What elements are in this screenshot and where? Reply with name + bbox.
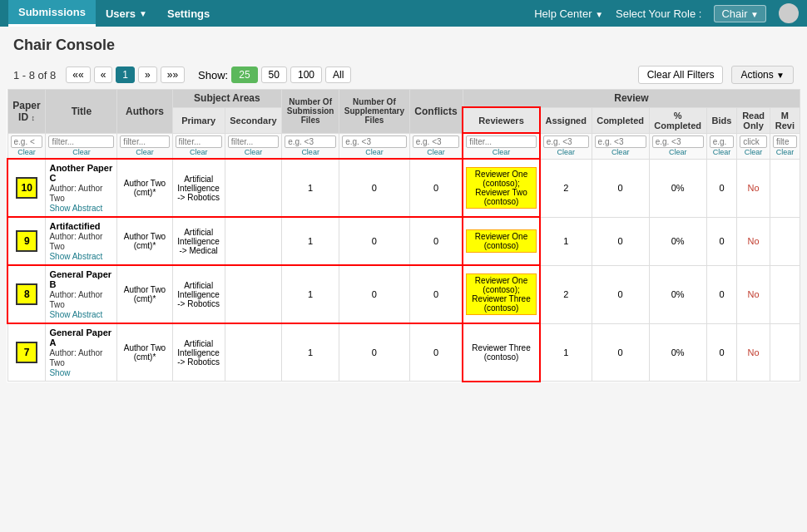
conflicts-cell: 0 (409, 323, 463, 382)
primary-value: Artificial Intelligence -> Robotics (177, 339, 220, 367)
read-only-filter[interactable] (740, 135, 767, 148)
role-dropdown-icon: ▼ (750, 10, 759, 19)
completed-cell: 0 (592, 159, 649, 217)
m-revi-clear[interactable]: Clear (773, 148, 797, 156)
submission-files-filter[interactable] (285, 135, 336, 148)
authors-filter[interactable] (120, 135, 169, 148)
authors-value: Author Two (cmt)* (124, 232, 166, 250)
completed-cell: 0 (592, 217, 649, 265)
col-pct-completed-header: % Completed (649, 107, 706, 133)
read-only-cell: No (737, 159, 770, 217)
next-page-button[interactable]: » (138, 66, 157, 83)
col-supplementary-files-header: Number Of Supplementary Files (339, 90, 410, 134)
secondary-cell (225, 159, 281, 217)
supplementary-files-cell: 0 (339, 265, 410, 323)
paper-author: Author: Author Two (49, 184, 102, 203)
completed-clear[interactable]: Clear (595, 148, 646, 156)
bids-filter[interactable] (710, 135, 735, 148)
supplementary-files-clear[interactable]: Clear (342, 148, 407, 156)
paper-id-filter[interactable] (11, 135, 43, 148)
actions-button[interactable]: Actions ▼ (731, 66, 794, 84)
pct-completed-filter[interactable] (652, 135, 704, 148)
show-abstract-link[interactable]: Show Abstract (49, 310, 102, 319)
help-center-link[interactable]: Help Center ▼ (534, 7, 603, 20)
pct-completed-cell: 0% (649, 323, 706, 382)
user-avatar[interactable] (779, 3, 799, 23)
top-navigation: Submissions Users ▼ Settings Help Center… (0, 0, 807, 27)
col-completed-header: Completed (592, 107, 649, 133)
secondary-clear[interactable]: Clear (228, 148, 279, 156)
secondary-cell (225, 217, 281, 265)
nav-settings[interactable]: Settings (157, 0, 220, 27)
last-page-button[interactable]: »» (161, 66, 185, 83)
filter-row: Clear Clear Clear Clear Clear (7, 133, 800, 159)
col-submission-files-header: Number Of Submission Files (282, 90, 339, 134)
role-button[interactable]: Chair ▼ (714, 5, 766, 22)
primary-filter[interactable] (176, 135, 222, 148)
primary-value: Artificial Intelligence -> Medical (177, 228, 220, 255)
col-paper-id-header[interactable]: Paper ID ↕ (7, 90, 46, 134)
col-assigned-header: Assigned (540, 107, 592, 133)
show-abstract-link[interactable]: Show Abstract (49, 252, 102, 261)
clear-filters-button[interactable]: Clear All Filters (638, 66, 724, 84)
assigned-clear[interactable]: Clear (543, 148, 589, 156)
submission-files-cell: 1 (282, 323, 339, 382)
pct-completed-clear[interactable]: Clear (652, 148, 704, 156)
authors-cell: Author Two (cmt)* (117, 265, 172, 323)
show-100-button[interactable]: 100 (290, 66, 322, 83)
col-subject-areas-header: Subject Areas (172, 90, 282, 108)
supplementary-files-filter[interactable] (342, 135, 407, 148)
read-only-value: No (748, 236, 760, 246)
conflicts-clear[interactable]: Clear (413, 148, 460, 156)
paper-title: Artifactified (49, 221, 100, 231)
col-title-header: Title (46, 90, 117, 134)
show-abstract-link[interactable]: Show (49, 368, 70, 377)
paper-id-cell: 10 (7, 159, 46, 217)
show-label: Show: (198, 69, 228, 81)
reviewers-value: Reviewer One (contoso); Reviewer Three (… (466, 273, 536, 315)
reviewers-filter[interactable] (466, 135, 536, 148)
submission-files-cell: 1 (282, 265, 339, 323)
reviewers-cell: Reviewer One (contoso); Reviewer Two (co… (463, 159, 539, 217)
pct-completed-cell: 0% (649, 159, 706, 217)
nav-submissions[interactable]: Submissions (8, 0, 96, 27)
completed-cell: 0 (592, 323, 649, 382)
read-only-clear[interactable]: Clear (740, 148, 767, 156)
assigned-filter[interactable] (543, 135, 589, 148)
nav-users[interactable]: Users ▼ (96, 0, 157, 27)
show-all-button[interactable]: All (325, 66, 351, 83)
primary-value: Artificial Intelligence -> Robotics (177, 281, 220, 308)
current-page-button[interactable]: 1 (116, 66, 135, 83)
show-25-button[interactable]: 25 (231, 66, 257, 83)
conflicts-filter[interactable] (413, 135, 460, 148)
col-m-revi-header: M Revi (770, 107, 800, 133)
title-filter[interactable] (48, 135, 114, 148)
users-dropdown-icon: ▼ (139, 9, 147, 18)
secondary-filter[interactable] (228, 135, 279, 148)
pct-completed-cell: 0% (649, 265, 706, 323)
primary-clear[interactable]: Clear (176, 148, 222, 156)
show-50-button[interactable]: 50 (261, 66, 287, 83)
bids-clear[interactable]: Clear (710, 148, 735, 156)
prev-page-button[interactable]: « (94, 66, 113, 83)
primary-cell: Artificial Intelligence -> Medical (172, 217, 225, 265)
table-row: 9Artifactified Author: Author Two Show A… (7, 217, 800, 265)
reviewers-clear[interactable]: Clear (466, 148, 536, 156)
paper-id-clear[interactable]: Clear (11, 148, 43, 156)
first-page-button[interactable]: «« (66, 66, 90, 83)
m-revi-cell (770, 323, 800, 382)
submission-files-clear[interactable]: Clear (285, 148, 336, 156)
title-clear[interactable]: Clear (48, 148, 114, 156)
submissions-table: Paper ID ↕ Title Authors Subject Areas N… (7, 89, 800, 382)
submission-files-cell: 1 (282, 159, 339, 217)
m-revi-filter[interactable] (773, 135, 797, 148)
show-abstract-link[interactable]: Show Abstract (49, 204, 102, 213)
bids-cell: 0 (706, 265, 737, 323)
paper-id-box: 10 (16, 177, 37, 199)
completed-filter[interactable] (595, 135, 646, 148)
help-dropdown-icon: ▼ (595, 10, 603, 19)
page-title: Chair Console (0, 27, 807, 61)
authors-clear[interactable]: Clear (120, 148, 169, 156)
paper-id-box: 8 (16, 283, 37, 305)
primary-value: Artificial Intelligence -> Robotics (177, 175, 220, 202)
